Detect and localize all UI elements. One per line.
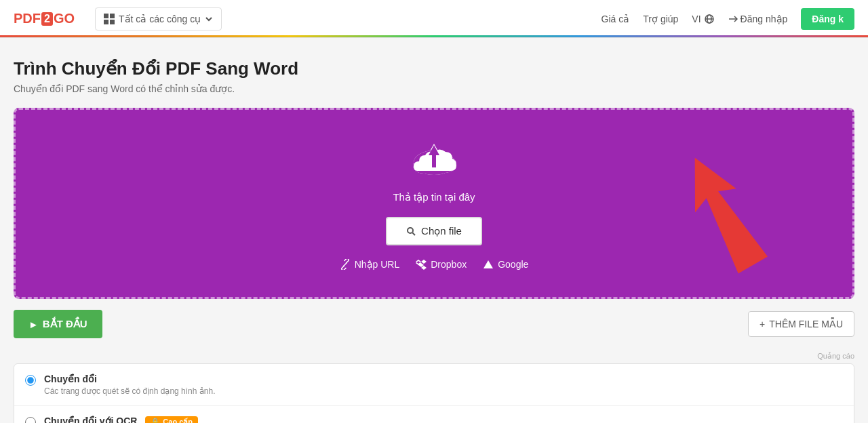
tools-label: Tất cả các công cụ [119,14,201,24]
dropbox-label: Dropbox [431,259,467,270]
svg-rect-0 [104,14,108,18]
logo-2: 2 [41,12,53,26]
start-arrow-label: ► [28,319,39,330]
option-title-convert: Chuyển đổi [44,374,843,384]
action-bar: ► BẮT ĐẦU + THÊM FILE MẪU [14,310,854,338]
url-label: Nhập URL [355,259,400,270]
ad-label: Quảng cáo [14,349,854,363]
svg-line-16 [413,233,416,236]
language-selector[interactable]: VI [692,14,714,24]
choose-file-button[interactable]: Chọn file [386,217,482,245]
premium-label: Cao cấp [163,418,193,423]
search-icon [406,226,416,236]
header-right: Giá cả Trợ giúp VI Đăng nhập Đăng k [601,8,854,30]
grid-icon [104,14,115,24]
add-sample-label: THÊM FILE MẪU [769,319,843,329]
svg-line-17 [343,263,347,266]
google-drive-icon [483,259,494,270]
tools-menu-button[interactable]: Tất cả các công cụ [95,7,222,31]
options-area: Chuyển đổi Các trang được quét sẽ có địn… [14,363,854,423]
add-sample-button[interactable]: + THÊM FILE MẪU [748,311,854,337]
option-item-convert[interactable]: Chuyển đổi Các trang được quét sẽ có địn… [14,364,854,406]
option-item-ocr[interactable]: Chuyển đổi với OCR 🔒 Cao cấp Các trang đ… [14,406,854,423]
page-title: Trình Chuyển Đổi PDF Sang Word [14,58,854,79]
option-content-ocr: Chuyển đổi với OCR 🔒 Cao cấp Các trang đ… [44,416,843,423]
help-link[interactable]: Trợ giúp [643,14,678,24]
svg-point-15 [408,228,413,233]
register-button[interactable]: Đăng k [801,8,854,30]
drop-text: Thả tập tin tại đây [29,191,839,203]
arrow-right-icon [728,14,738,24]
premium-badge: 🔒 Cao cấp [145,416,198,423]
main-content: Trình Chuyển Đổi PDF Sang Word Chuyển đổ… [0,38,868,423]
login-button[interactable]: Đăng nhập [728,14,788,24]
option-title-ocr: Chuyển đổi với OCR 🔒 Cao cấp [44,416,843,423]
chevron-down-icon [205,15,213,23]
svg-rect-3 [110,20,115,24]
link-icon [340,259,351,270]
start-label: BẮT ĐẦU [43,318,87,330]
url-link[interactable]: Nhập URL [340,259,400,270]
upload-area[interactable]: Thả tập tin tại đây Chọn file Nhập URL [14,108,854,299]
logo-go: GO [54,11,75,26]
start-button[interactable]: ► BẮT ĐẦU [14,310,102,338]
google-link[interactable]: Google [483,259,528,270]
lang-label: VI [692,14,701,24]
globe-icon [704,14,715,24]
header: PDF2GO Tất cả các công cụ Giá cả Trợ giú… [0,0,868,38]
option-radio-ocr[interactable] [25,417,36,423]
choose-file-label: Chọn file [421,225,462,237]
login-label: Đăng nhập [741,14,788,24]
svg-marker-18 [484,260,493,268]
dropbox-link[interactable]: Dropbox [416,259,467,270]
rainbow-bar [0,35,868,37]
logo[interactable]: PDF2GO [14,11,75,26]
lock-icon: 🔒 [151,418,160,423]
price-link[interactable]: Giá cả [601,14,630,24]
upload-links: Nhập URL Dropbox Google [29,259,839,270]
plus-icon: + [760,319,765,329]
svg-rect-1 [110,14,115,18]
option-desc-convert: Các trang được quét sẽ có định dạng hình… [44,386,843,396]
svg-rect-2 [104,20,108,24]
page-subtitle: Chuyển đổi PDF sang Word có thể chỉnh sử… [14,83,854,94]
option-radio-convert[interactable] [25,375,36,386]
dropbox-icon [416,259,427,270]
logo-pdf: PDF [14,11,41,26]
cloud-upload-icon [29,137,839,183]
google-label: Google [498,259,528,270]
option-content-convert: Chuyển đổi Các trang được quét sẽ có địn… [44,374,843,396]
